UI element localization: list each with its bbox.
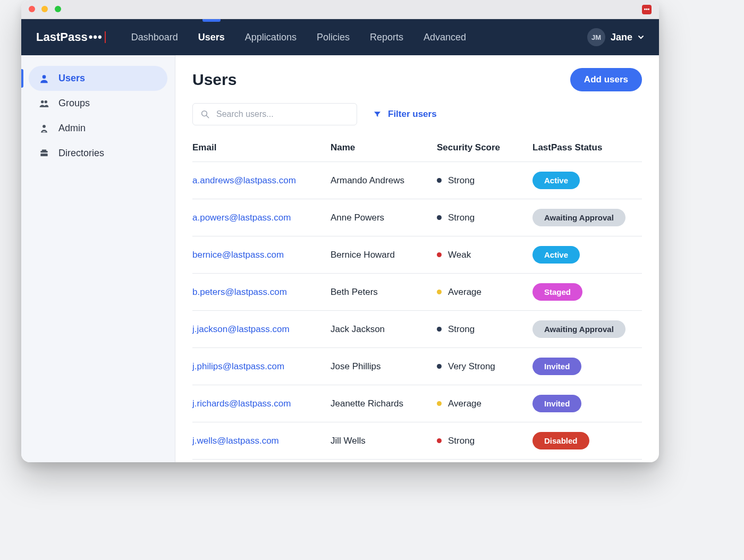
cell-status: Invited	[532, 358, 642, 375]
cell-email: a.andrews@lastpass.com	[192, 175, 331, 186]
user-email-link[interactable]: j.richards@lastpass.com	[192, 398, 291, 409]
nav-item-dashboard[interactable]: Dashboard	[131, 19, 178, 55]
sidebar-item-groups[interactable]: Groups	[29, 91, 167, 116]
table-row[interactable]: j.richards@lastpass.comJeanette Richards…	[192, 385, 642, 422]
score-label: Very Strong	[448, 361, 495, 372]
sidebar-item-label: Directories	[58, 148, 104, 159]
score-label: Weak	[448, 250, 471, 260]
filter-icon	[373, 110, 382, 118]
account-menu[interactable]: JM Jane	[587, 28, 644, 46]
score-dot-icon	[437, 438, 442, 443]
avatar: JM	[587, 28, 605, 46]
nav-items: DashboardUsersApplicationsPoliciesReport…	[131, 19, 466, 55]
nav-item-users[interactable]: Users	[198, 19, 225, 55]
nav-item-policies[interactable]: Policies	[317, 19, 350, 55]
brand-logo[interactable]: LastPass •••	[36, 30, 106, 44]
status-badge: Awaiting Approval	[532, 320, 625, 338]
user-email-link[interactable]: bernice@lastpass.com	[192, 250, 284, 260]
user-email-link[interactable]: j.wells@lastpass.com	[192, 436, 279, 446]
svg-rect-4	[43, 131, 46, 132]
cell-status: Disabled	[532, 432, 642, 449]
chevron-down-icon	[638, 34, 644, 40]
sidebar-item-label: Admin	[58, 123, 86, 134]
search-users[interactable]	[192, 103, 357, 125]
status-badge: Invited	[532, 395, 581, 412]
cell-score: Strong	[437, 436, 532, 446]
user-icon	[38, 73, 50, 84]
nav-item-advanced[interactable]: Advanced	[424, 19, 466, 55]
page-title: Users	[192, 71, 236, 89]
cell-status: Active	[532, 246, 642, 264]
close-window-icon[interactable]	[29, 6, 35, 12]
maximize-window-icon[interactable]	[55, 6, 61, 12]
cell-score: Average	[437, 398, 532, 409]
table-header: Email Name Security Score LastPass Statu…	[192, 137, 642, 162]
status-badge: Active	[532, 172, 580, 189]
cell-email: j.wells@lastpass.com	[192, 436, 331, 446]
user-email-link[interactable]: j.jackson@lastpass.com	[192, 324, 290, 334]
cell-status: Active	[532, 172, 642, 189]
nav-item-applications[interactable]: Applications	[245, 19, 297, 55]
brand-bar-icon	[105, 31, 106, 43]
table-row[interactable]: j.philips@lastpass.comJose PhillipsVery …	[192, 348, 642, 385]
top-nav: LastPass ••• DashboardUsersApplicationsP…	[21, 19, 659, 55]
table-row[interactable]: j.wells@lastpass.comJill WellsStrongDisa…	[192, 422, 642, 460]
account-name: Jane	[611, 32, 632, 43]
table-row[interactable]: bernice@lastpass.comBernice HowardWeakAc…	[192, 236, 642, 274]
lastpass-extension-icon[interactable]: •••	[642, 5, 652, 14]
table-row[interactable]: j.jackson@lastpass.comJack JacksonStrong…	[192, 311, 642, 348]
score-label: Strong	[448, 324, 475, 335]
cell-name: Jeanette Richards	[331, 398, 437, 409]
cell-name: Armando Andrews	[331, 175, 437, 186]
cell-score: Very Strong	[437, 361, 532, 372]
sidebar-item-users[interactable]: Users	[29, 66, 167, 91]
nav-item-reports[interactable]: Reports	[370, 19, 403, 55]
filter-users-button[interactable]: Filter users	[373, 109, 437, 120]
search-icon	[200, 109, 210, 119]
col-name[interactable]: Name	[331, 142, 437, 153]
score-dot-icon	[437, 252, 442, 257]
user-email-link[interactable]: a.powers@lastpass.com	[192, 213, 291, 223]
col-score[interactable]: Security Score	[437, 142, 532, 153]
cell-status: Staged	[532, 283, 642, 301]
admin-icon	[38, 123, 50, 134]
table-row[interactable]: a.andrews@lastpass.comArmando AndrewsStr…	[192, 162, 642, 199]
score-dot-icon	[437, 178, 442, 183]
cell-status: Awaiting Approval	[532, 320, 642, 338]
score-dot-icon	[437, 215, 442, 220]
app-window: ••• LastPass ••• DashboardUsersApplicati…	[21, 0, 659, 462]
brand-logo-text: LastPass	[36, 30, 88, 44]
sidebar-item-label: Groups	[58, 98, 90, 109]
cell-name: Beth Peters	[331, 287, 437, 298]
sidebar-item-directories[interactable]: Directories	[29, 141, 167, 166]
cell-email: bernice@lastpass.com	[192, 250, 331, 260]
window-titlebar: •••	[21, 0, 659, 19]
main-content: Users Add users Filter users Email Name …	[175, 55, 659, 462]
user-email-link[interactable]: j.philips@lastpass.com	[192, 361, 284, 371]
score-label: Average	[448, 398, 481, 409]
table-row[interactable]: b.peters@lastpass.comBeth PetersAverageS…	[192, 274, 642, 311]
col-status[interactable]: LastPass Status	[532, 142, 642, 153]
cell-score: Strong	[437, 213, 532, 223]
col-email[interactable]: Email	[192, 142, 331, 153]
groups-icon	[38, 98, 50, 109]
svg-rect-7	[42, 149, 46, 151]
search-input[interactable]	[215, 109, 349, 120]
sidebar-item-label: Users	[58, 73, 85, 84]
status-badge: Staged	[532, 283, 582, 301]
cell-name: Jose Phillips	[331, 361, 437, 372]
svg-line-9	[206, 115, 209, 118]
cell-score: Average	[437, 287, 532, 298]
cell-name: Jack Jackson	[331, 324, 437, 335]
minimize-window-icon[interactable]	[41, 6, 48, 12]
brand-dots-icon: •••	[89, 30, 103, 44]
user-email-link[interactable]: b.peters@lastpass.com	[192, 287, 287, 297]
sidebar-item-admin[interactable]: Admin	[29, 116, 167, 141]
directory-icon	[38, 148, 50, 159]
add-users-button[interactable]: Add users	[570, 68, 642, 91]
score-dot-icon	[437, 364, 442, 369]
cell-status: Awaiting Approval	[532, 209, 642, 226]
cell-name: Jill Wells	[331, 436, 437, 446]
table-row[interactable]: a.powers@lastpass.comAnne PowersStrongAw…	[192, 199, 642, 236]
user-email-link[interactable]: a.andrews@lastpass.com	[192, 175, 296, 185]
